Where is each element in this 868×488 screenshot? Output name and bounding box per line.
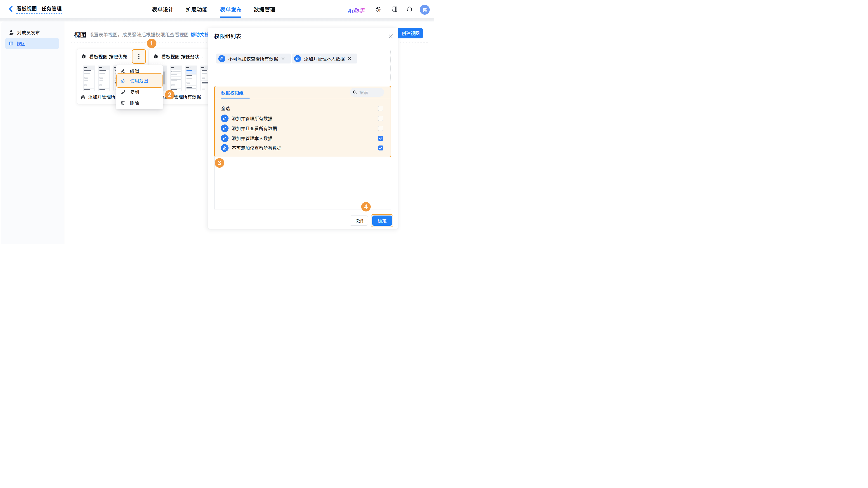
svg-text:中: 中: [378, 8, 381, 12]
